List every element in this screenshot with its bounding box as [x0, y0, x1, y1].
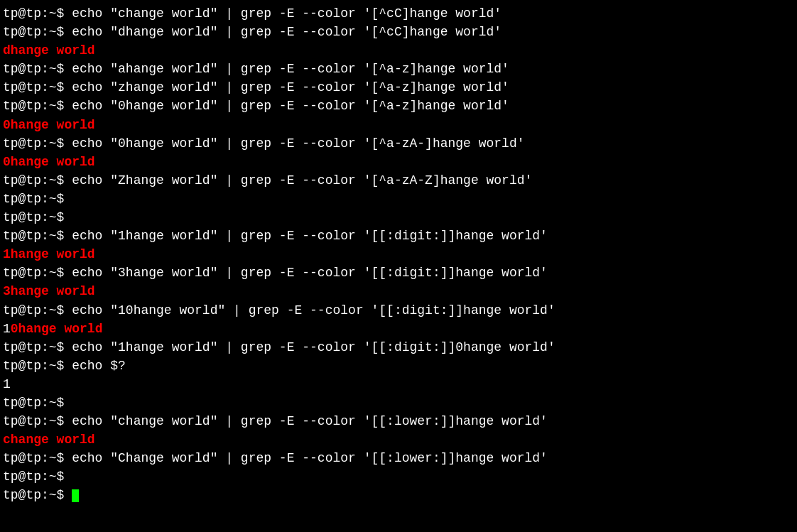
- terminal-line: tp@tp:~$ echo "Zhange world" | grep -E -…: [3, 171, 794, 190]
- terminal-line: change world: [3, 430, 794, 449]
- terminal-line: tp@tp:~$ echo "dhange world" | grep -E -…: [3, 23, 794, 41]
- terminal-line: tp@tp:~$: [3, 486, 794, 504]
- terminal-line: 1: [3, 375, 794, 393]
- terminal-line: tp@tp:~$ echo "zhange world" | grep -E -…: [3, 78, 794, 97]
- terminal-line: tp@tp:~$ echo "10hange world" | grep -E …: [3, 301, 794, 320]
- terminal-line: 0hange world: [3, 116, 794, 134]
- terminal-line: 1hange world: [3, 245, 794, 264]
- terminal-line: tp@tp:~$: [3, 467, 794, 486]
- terminal-line: tp@tp:~$ echo "Change world" | grep -E -…: [3, 449, 794, 467]
- terminal-line: tp@tp:~$: [3, 393, 794, 412]
- terminal-line: tp@tp:~$ echo "change world" | grep -E -…: [3, 412, 794, 430]
- terminal-line: dhange world: [3, 41, 794, 60]
- terminal-line: tp@tp:~$: [3, 190, 794, 208]
- terminal-line: tp@tp:~$ echo "0hange world" | grep -E -…: [3, 97, 794, 115]
- terminal-cursor: [72, 489, 79, 502]
- terminal-line: tp@tp:~$ echo $?: [3, 357, 794, 375]
- terminal: tp@tp:~$ echo "change world" | grep -E -…: [0, 0, 797, 532]
- terminal-line: tp@tp:~$ echo "change world" | grep -E -…: [3, 4, 794, 23]
- terminal-line: tp@tp:~$ echo "3hange world" | grep -E -…: [3, 264, 794, 282]
- terminal-line: tp@tp:~$: [3, 208, 794, 227]
- terminal-line: tp@tp:~$ echo "0hange world" | grep -E -…: [3, 134, 794, 153]
- terminal-line: tp@tp:~$ echo "1hange world" | grep -E -…: [3, 227, 794, 245]
- terminal-line: tp@tp:~$ echo "1hange world" | grep -E -…: [3, 338, 794, 357]
- terminal-line: 0hange world: [3, 153, 794, 171]
- terminal-line: 3hange world: [3, 282, 794, 300]
- terminal-line: 10hange world: [3, 320, 794, 338]
- terminal-line: tp@tp:~$ echo "ahange world" | grep -E -…: [3, 60, 794, 78]
